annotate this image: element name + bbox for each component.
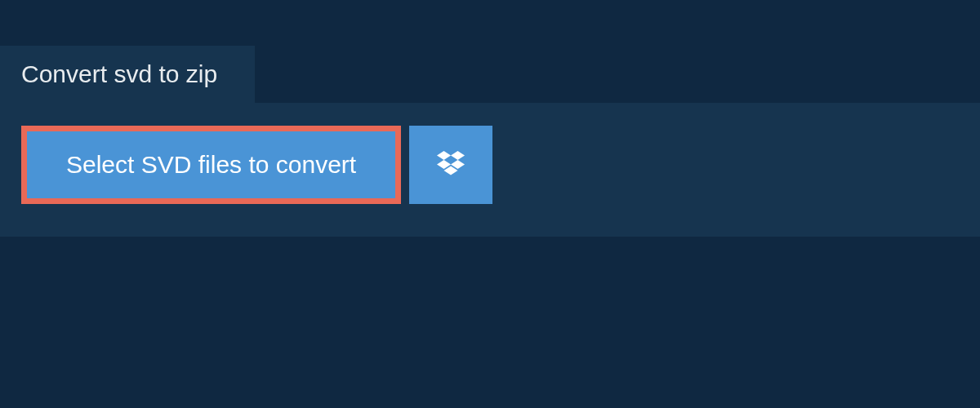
select-files-button[interactable]: Select SVD files to convert: [21, 126, 401, 204]
tab-label: Convert svd to zip: [21, 60, 217, 87]
tab-bar: Convert svd to zip: [0, 0, 980, 103]
dropbox-icon: [437, 151, 465, 179]
select-files-label: Select SVD files to convert: [66, 153, 356, 177]
dropbox-button[interactable]: [409, 126, 492, 204]
tab-convert[interactable]: Convert svd to zip: [0, 46, 255, 103]
button-row: Select SVD files to convert: [21, 126, 959, 204]
converter-panel: Select SVD files to convert: [0, 103, 980, 237]
